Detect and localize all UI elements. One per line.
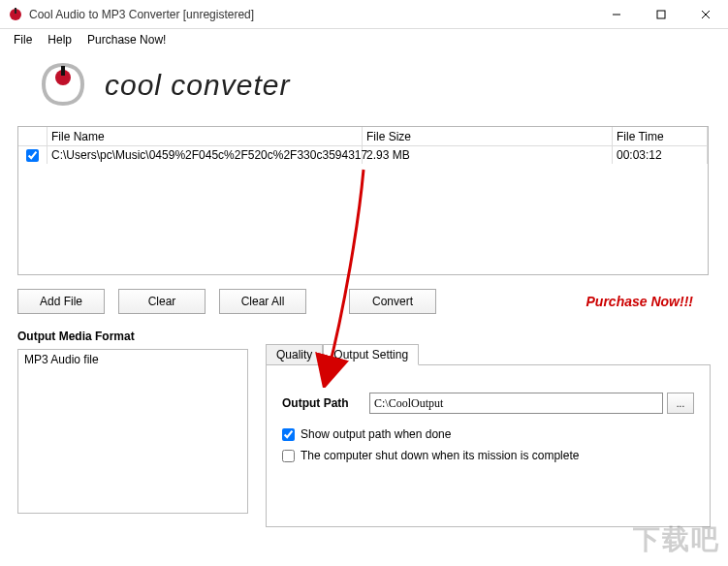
titlebar: Cool Audio to MP3 Converter [unregistere… bbox=[0, 0, 728, 29]
watermark: 下载吧 bbox=[633, 521, 720, 558]
table-body: C:\Users\pc\Music\0459%2F045c%2F520c%2F3… bbox=[18, 146, 708, 274]
row-checkbox[interactable] bbox=[26, 149, 39, 162]
menu-file[interactable]: File bbox=[6, 31, 40, 48]
menu-help[interactable]: Help bbox=[40, 31, 79, 48]
output-path-label: Output Path bbox=[282, 396, 369, 410]
menu-purchase[interactable]: Purchase Now! bbox=[79, 31, 174, 48]
svg-rect-7 bbox=[61, 66, 65, 76]
col-filesize[interactable]: File Size bbox=[363, 127, 613, 146]
output-media-format-section: Output Media Format MP3 Audio file bbox=[17, 324, 248, 527]
tab-quality[interactable]: Quality bbox=[266, 344, 323, 365]
tab-body: Output Path ... Show output path when do… bbox=[266, 364, 711, 527]
file-table: File Name File Size File Time C:\Users\p… bbox=[17, 126, 709, 275]
table-header: File Name File Size File Time bbox=[18, 127, 708, 146]
purchase-now-link[interactable]: Purchase Now!!! bbox=[586, 294, 693, 309]
omf-list[interactable]: MP3 Audio file bbox=[17, 349, 248, 514]
col-filename[interactable]: File Name bbox=[47, 127, 363, 146]
cell-filetime: 00:03:12 bbox=[613, 146, 708, 164]
close-button[interactable] bbox=[683, 0, 728, 29]
clear-button[interactable]: Clear bbox=[118, 289, 206, 314]
table-row[interactable]: C:\Users\pc\Music\0459%2F045c%2F520c%2F3… bbox=[18, 146, 708, 164]
tab-output-setting[interactable]: Output Setting bbox=[323, 344, 419, 365]
omf-label: Output Media Format bbox=[17, 330, 248, 343]
convert-button[interactable]: Convert bbox=[349, 289, 436, 314]
window-title: Cool Audio to MP3 Converter [unregistere… bbox=[29, 8, 254, 21]
col-filetime[interactable]: File Time bbox=[613, 127, 708, 146]
show-output-path-checkbox[interactable] bbox=[282, 428, 295, 441]
maximize-button[interactable] bbox=[639, 0, 683, 29]
cell-filename: C:\Users\pc\Music\0459%2F045c%2F520c%2F3… bbox=[47, 146, 363, 164]
app-icon bbox=[8, 7, 23, 22]
button-row: Add File Clear Clear All Convert Purchas… bbox=[17, 289, 711, 314]
shutdown-label: The computer shut down when its mission … bbox=[301, 449, 579, 462]
cell-filesize: 2.93 MB bbox=[363, 146, 613, 164]
list-item[interactable]: MP3 Audio file bbox=[18, 350, 247, 369]
add-file-button[interactable]: Add File bbox=[17, 289, 105, 314]
shutdown-checkbox[interactable] bbox=[282, 450, 295, 462]
logo: cool conveter bbox=[29, 60, 728, 118]
logo-text: cool conveter bbox=[105, 69, 290, 101]
browse-button[interactable]: ... bbox=[667, 393, 694, 414]
svg-rect-1 bbox=[15, 8, 16, 14]
show-output-path-label: Show output path when done bbox=[301, 427, 451, 441]
output-path-input[interactable] bbox=[369, 393, 663, 414]
svg-rect-3 bbox=[657, 11, 665, 18]
menubar: File Help Purchase Now! bbox=[0, 29, 728, 50]
tabs: Quality Output Setting bbox=[266, 343, 711, 364]
minimize-button[interactable] bbox=[594, 0, 639, 29]
col-checkbox[interactable] bbox=[18, 127, 47, 146]
tab-area: Quality Output Setting Output Path ... S… bbox=[266, 324, 711, 527]
clear-all-button[interactable]: Clear All bbox=[219, 289, 306, 314]
